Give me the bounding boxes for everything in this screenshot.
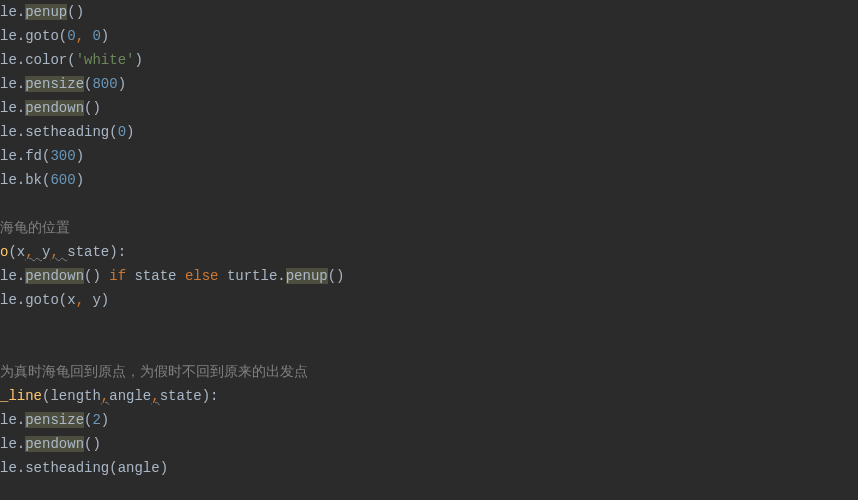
- dot: .: [17, 412, 25, 428]
- dot: .: [17, 268, 25, 284]
- code-line[interactable]: [0, 312, 858, 336]
- parameter: angle: [109, 388, 151, 404]
- object-ref: le: [0, 148, 17, 164]
- code-editor[interactable]: le.penup()le.goto(0, 0)le.color('white')…: [0, 0, 858, 480]
- code-line[interactable]: 为真时海龟回到原点，为假时不回到原来的出发点: [0, 360, 858, 384]
- paren: ): [76, 172, 84, 188]
- code-line[interactable]: 海龟的位置: [0, 216, 858, 240]
- parameter: state: [67, 244, 109, 260]
- parameter: x: [17, 244, 25, 260]
- paren: (: [67, 4, 75, 20]
- keyword: if: [109, 268, 126, 284]
- code-line[interactable]: le.pensize(2): [0, 408, 858, 432]
- number-literal: 0: [118, 124, 126, 140]
- code-line[interactable]: le.penup(): [0, 0, 858, 24]
- code-line[interactable]: [0, 192, 858, 216]
- variable: state: [126, 268, 185, 284]
- dot: .: [17, 460, 25, 476]
- method-name: setheading: [25, 460, 109, 476]
- code-line[interactable]: le.goto(0, 0): [0, 24, 858, 48]
- number-literal: 600: [50, 172, 75, 188]
- comma: ,: [50, 244, 67, 260]
- object-ref: le: [0, 172, 17, 188]
- number-literal: 800: [92, 76, 117, 92]
- code-line[interactable]: le.goto(x, y): [0, 288, 858, 312]
- code-line[interactable]: le.pendown() if state else turtle.penup(…: [0, 264, 858, 288]
- dot: .: [17, 4, 25, 20]
- paren: (): [328, 268, 345, 284]
- code-line[interactable]: le.pensize(800): [0, 72, 858, 96]
- dot: .: [17, 100, 25, 116]
- dot: .: [17, 76, 25, 92]
- dot: .: [277, 268, 285, 284]
- paren: (: [109, 124, 117, 140]
- method-name: setheading: [25, 124, 109, 140]
- paren: ): [76, 4, 84, 20]
- string-literal: 'white': [76, 52, 135, 68]
- code-line[interactable]: o(x, y, state):: [0, 240, 858, 264]
- number-literal: 2: [92, 412, 100, 428]
- method-name: goto: [25, 28, 59, 44]
- paren: ): [160, 460, 168, 476]
- paren: ): [76, 148, 84, 164]
- dot: .: [17, 172, 25, 188]
- code-line[interactable]: le.pendown(): [0, 432, 858, 456]
- parameter: length: [50, 388, 100, 404]
- paren: ): [202, 388, 210, 404]
- paren: ): [101, 28, 109, 44]
- method-name: color: [25, 52, 67, 68]
- method-name: penup: [286, 268, 328, 284]
- number-literal: 0: [92, 28, 100, 44]
- comma: ,: [76, 28, 93, 44]
- code-line[interactable]: le.setheading(angle): [0, 456, 858, 480]
- method-name: fd: [25, 148, 42, 164]
- dot: .: [17, 52, 25, 68]
- object-ref: le: [0, 124, 17, 140]
- object-ref: le: [0, 100, 17, 116]
- code-line[interactable]: le.setheading(0): [0, 120, 858, 144]
- paren: ): [92, 436, 100, 452]
- variable: x: [67, 292, 75, 308]
- variable: y: [92, 292, 100, 308]
- method-name: pendown: [25, 100, 84, 116]
- paren: (: [109, 460, 117, 476]
- method-name: bk: [25, 172, 42, 188]
- dot: .: [17, 292, 25, 308]
- object-ref: le: [0, 76, 17, 92]
- paren: ): [101, 292, 109, 308]
- paren: (: [59, 292, 67, 308]
- dot: .: [17, 28, 25, 44]
- object-ref: le: [0, 460, 17, 476]
- method-name: pendown: [25, 268, 84, 284]
- comma: ,: [101, 388, 109, 404]
- keyword: else: [185, 268, 219, 284]
- comment: 海龟的位置: [0, 220, 70, 236]
- comma: ,: [76, 292, 93, 308]
- object-ref: le: [0, 28, 17, 44]
- paren: ): [118, 76, 126, 92]
- code-line[interactable]: le.color('white'): [0, 48, 858, 72]
- method-name: pensize: [25, 76, 84, 92]
- colon: :: [210, 388, 218, 404]
- object-ref: le: [0, 436, 17, 452]
- paren: ): [92, 100, 100, 116]
- dot: .: [17, 124, 25, 140]
- method-name: pendown: [25, 436, 84, 452]
- paren: ): [134, 52, 142, 68]
- code-line[interactable]: le.bk(600): [0, 168, 858, 192]
- code-line[interactable]: _line(length,angle,state):: [0, 384, 858, 408]
- comma: ,: [151, 388, 159, 404]
- object-ref: le: [0, 52, 17, 68]
- code-line[interactable]: [0, 336, 858, 360]
- object-ref: turtle: [218, 268, 277, 284]
- code-line[interactable]: le.fd(300): [0, 144, 858, 168]
- paren: ): [109, 244, 117, 260]
- object-ref: le: [0, 4, 17, 20]
- comma: ,: [25, 244, 42, 260]
- paren: (: [67, 52, 75, 68]
- number-literal: 0: [67, 28, 75, 44]
- comment: 为真时海龟回到原点，为假时不回到原来的出发点: [0, 364, 308, 380]
- paren: ): [101, 412, 109, 428]
- paren: ): [126, 124, 134, 140]
- code-line[interactable]: le.pendown(): [0, 96, 858, 120]
